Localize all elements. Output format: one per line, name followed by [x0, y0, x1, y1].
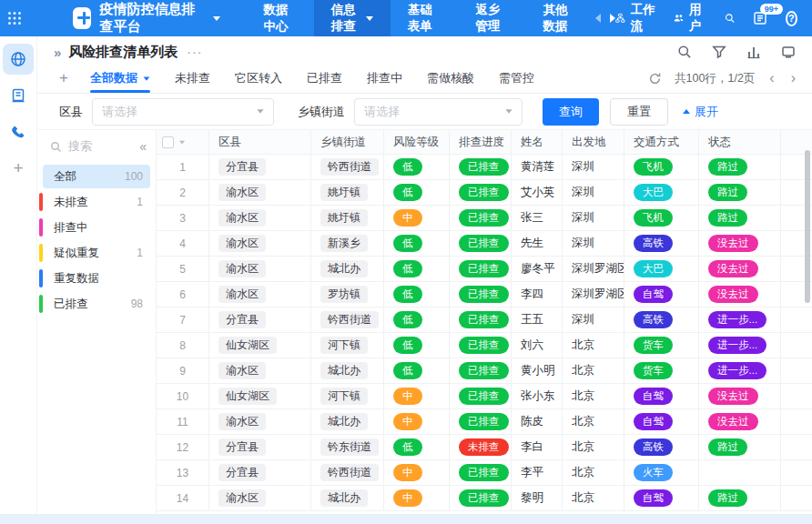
- progress-cell[interactable]: 已排查: [450, 155, 512, 179]
- rail-add-button[interactable]: +: [3, 153, 34, 184]
- query-button[interactable]: 查询: [543, 98, 599, 126]
- district-select[interactable]: 请选择: [92, 98, 274, 126]
- app-logo[interactable]: [73, 7, 90, 29]
- district-cell[interactable]: 仙女湖区: [209, 333, 311, 358]
- risk-level-cell[interactable]: 低: [384, 358, 450, 383]
- transport-cell[interactable]: 高铁: [624, 307, 699, 332]
- group-item[interactable]: 全部100: [43, 165, 150, 188]
- street-cell[interactable]: 钤西街道: [311, 155, 384, 179]
- origin-cell[interactable]: 北京: [563, 384, 624, 408]
- status-cell[interactable]: 路过: [699, 435, 781, 459]
- origin-cell[interactable]: 深圳: [563, 307, 624, 332]
- district-cell[interactable]: 渝水区: [209, 206, 311, 230]
- street-select[interactable]: 请选择: [354, 98, 523, 126]
- row-number-cell[interactable]: 8: [157, 333, 209, 358]
- progress-cell[interactable]: 已排查: [450, 409, 512, 434]
- status-cell[interactable]: 没去过: [699, 409, 781, 434]
- workflow-button[interactable]: 工作流: [615, 2, 655, 35]
- row-number-cell[interactable]: 12: [157, 435, 209, 459]
- row-number-cell[interactable]: 2: [157, 180, 209, 205]
- select-all-cell[interactable]: [157, 130, 209, 154]
- progress-cell[interactable]: 已排查: [450, 486, 512, 510]
- transport-cell[interactable]: 货车: [624, 358, 699, 383]
- origin-cell[interactable]: 深圳: [563, 180, 624, 205]
- name-cell[interactable]: 黄清莲: [512, 155, 563, 179]
- progress-cell[interactable]: 已排查: [450, 307, 512, 332]
- nav-scroll-left-icon[interactable]: [595, 14, 601, 23]
- filter-icon[interactable]: [712, 45, 726, 59]
- progress-cell[interactable]: 已排查: [450, 460, 512, 485]
- column-header[interactable]: 姓名: [512, 130, 563, 154]
- origin-cell[interactable]: 北京: [563, 358, 624, 383]
- risk-level-cell[interactable]: 低: [384, 155, 450, 179]
- reset-button[interactable]: 重置: [610, 98, 668, 126]
- users-button[interactable]: 用户: [674, 2, 706, 35]
- risk-level-cell[interactable]: 低: [384, 257, 450, 281]
- status-cell[interactable]: 没去过: [699, 384, 781, 408]
- transport-cell[interactable]: 货车: [624, 333, 699, 358]
- transport-cell[interactable]: 自驾: [624, 384, 699, 408]
- group-item[interactable]: 疑似重复1: [43, 241, 150, 265]
- status-cell[interactable]: 路过: [699, 206, 781, 230]
- rail-globe-button[interactable]: [3, 44, 34, 75]
- nav-item[interactable]: 返乡管理: [458, 0, 525, 36]
- name-cell[interactable]: 李白: [512, 435, 563, 459]
- search-icon[interactable]: [725, 11, 735, 25]
- name-cell[interactable]: 先生: [512, 231, 563, 256]
- transport-cell[interactable]: 飞机: [624, 155, 699, 179]
- district-cell[interactable]: 渝水区: [209, 282, 311, 307]
- district-cell[interactable]: 分宜县: [209, 307, 311, 332]
- rail-forms-button[interactable]: [3, 80, 34, 111]
- district-cell[interactable]: 渝水区: [209, 180, 311, 205]
- origin-cell[interactable]: 北京: [563, 409, 624, 434]
- column-header[interactable]: 风险等级: [384, 130, 450, 154]
- name-cell[interactable]: 黎明: [512, 486, 563, 510]
- name-cell[interactable]: 陈皮: [512, 409, 563, 434]
- view-tab[interactable]: 它区转入: [235, 64, 282, 93]
- name-cell[interactable]: 张小东: [512, 384, 563, 408]
- view-tab[interactable]: 已排查: [307, 64, 342, 93]
- district-cell[interactable]: 渝水区: [209, 486, 311, 510]
- transport-cell[interactable]: 自驾: [624, 486, 699, 510]
- street-cell[interactable]: 城北办: [311, 409, 384, 434]
- street-cell[interactable]: 姚圩镇: [311, 180, 384, 205]
- district-cell[interactable]: 仙女湖区: [209, 384, 311, 408]
- name-cell[interactable]: 刘六: [512, 333, 563, 358]
- name-cell[interactable]: 李四: [512, 282, 563, 307]
- status-cell[interactable]: 没去过: [699, 282, 781, 307]
- progress-cell[interactable]: 已排查: [450, 384, 512, 408]
- row-number-cell[interactable]: 6: [157, 282, 209, 307]
- row-number-cell[interactable]: 9: [157, 358, 209, 383]
- street-cell[interactable]: 钤东街道: [311, 435, 384, 459]
- group-search-input[interactable]: 搜索 «: [37, 134, 156, 159]
- street-cell[interactable]: 河下镇: [311, 384, 384, 408]
- select-all-checkbox[interactable]: [162, 136, 174, 148]
- nav-item[interactable]: 数据中心: [246, 0, 313, 36]
- row-number-cell[interactable]: 13: [157, 460, 209, 485]
- status-cell[interactable]: 路过: [699, 180, 781, 205]
- name-cell[interactable]: 艾小英: [512, 180, 563, 205]
- transport-cell[interactable]: 大巴: [624, 180, 699, 205]
- origin-cell[interactable]: 北京: [563, 460, 624, 485]
- chart-icon[interactable]: [746, 45, 761, 59]
- street-cell[interactable]: 钤西街道: [311, 307, 384, 332]
- row-number-cell[interactable]: 1: [157, 155, 209, 179]
- next-page-button[interactable]: ›: [789, 71, 797, 86]
- transport-cell[interactable]: 高铁: [624, 231, 699, 256]
- nav-item[interactable]: 信息排查: [314, 0, 391, 36]
- collapse-panel-icon[interactable]: «: [139, 139, 147, 154]
- view-tab[interactable]: 全部数据: [90, 64, 150, 93]
- help-button[interactable]: ?: [786, 11, 797, 26]
- apps-grid-icon[interactable]: [0, 0, 29, 36]
- transport-cell[interactable]: 自驾: [624, 282, 699, 307]
- name-cell[interactable]: 廖冬平: [512, 257, 563, 281]
- column-header[interactable]: 排查进度: [450, 130, 512, 154]
- group-item[interactable]: 已排查98: [43, 292, 150, 316]
- progress-cell[interactable]: 已排查: [450, 257, 512, 281]
- row-number-cell[interactable]: 5: [157, 257, 209, 281]
- progress-cell[interactable]: 已排查: [450, 333, 512, 358]
- vertical-scrollbar[interactable]: [805, 150, 810, 303]
- name-cell[interactable]: 黄小明: [512, 358, 563, 383]
- expand-filters-link[interactable]: 展开: [683, 104, 718, 120]
- column-header[interactable]: 交通方式: [624, 130, 699, 154]
